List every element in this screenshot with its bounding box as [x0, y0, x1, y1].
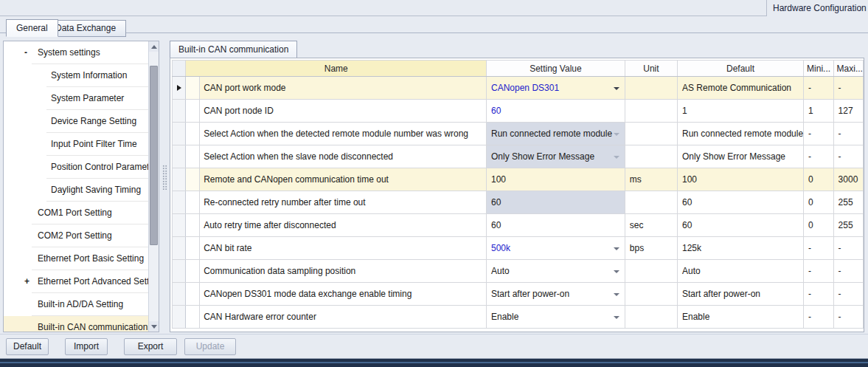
splitter-grip-icon [162, 165, 167, 190]
dropdown-arrow-icon[interactable] [614, 293, 619, 296]
bottom-border-accent-line [0, 362, 868, 363]
content-bottom-divider [0, 334, 868, 335]
can-settings-panel: Name Setting Value Unit Default Mini... … [170, 58, 864, 332]
dropdown-arrow-icon[interactable] [614, 316, 619, 319]
table-row[interactable]: CAN bit rate 500k bps 125k - - [173, 237, 864, 260]
setting-value-dropdown[interactable]: 500k [487, 237, 625, 260]
default-cell: 1 [677, 100, 803, 123]
tree-item-ethernet-port-advanced-setting[interactable]: +Ethernet Port Advanced Setting [4, 270, 149, 293]
setting-value-dropdown-disabled: Only Show Error Message [487, 145, 625, 168]
setting-value-input-disabled: 60 [487, 191, 625, 214]
min-cell: - [804, 283, 834, 306]
unit-cell: ms [625, 168, 677, 191]
table-row[interactable]: Communication data sampling position Aut… [173, 260, 864, 283]
hardware-configuration-window: Hardware Configuration Data Exchange Gen… [0, 0, 868, 367]
tree-item-built-in-can-communication[interactable]: Built-in CAN communication [4, 316, 149, 332]
import-button[interactable]: Import [65, 338, 108, 355]
table-row[interactable]: CAN Hardware error counter Enable Enable… [173, 306, 864, 329]
setting-name-cell: CAN port node ID [200, 100, 487, 123]
export-button[interactable]: Export [124, 338, 177, 355]
default-cell: Enable [677, 306, 803, 329]
setting-value-dropdown-disabled: Run connected remote module [487, 123, 625, 145]
tree-item-device-range-setting[interactable]: Device Range Setting [4, 110, 149, 133]
table-row[interactable]: Select Action when the detected remote m… [173, 123, 864, 145]
dropdown-arrow-icon [614, 133, 619, 136]
collapse-icon[interactable]: - [24, 41, 35, 64]
min-cell: 1 [804, 100, 834, 123]
tree-item-daylight-saving-timing[interactable]: Daylight Saving Timing [4, 179, 149, 202]
panel-splitter[interactable] [160, 41, 169, 332]
tree-item-ethernet-port-basic-setting[interactable]: Ethernet Port Basic Setting [4, 247, 149, 270]
column-header-minimum[interactable]: Mini... [804, 61, 834, 77]
setting-value-dropdown[interactable]: Auto [487, 260, 625, 283]
tree-scrollbar[interactable] [148, 41, 159, 332]
setting-name-cell: Auto retry time after disconnected [200, 214, 487, 237]
column-header-name[interactable]: Name [186, 61, 487, 77]
unit-cell [625, 260, 677, 283]
default-button[interactable]: Default [6, 338, 49, 355]
table-row[interactable]: Remote and CANopen communication time ou… [173, 168, 864, 191]
top-toolbar-pane [0, 0, 767, 16]
table-row[interactable]: CAN port work mode CANopen DS301 AS Remo… [173, 77, 864, 100]
setting-value-input[interactable]: 60 [487, 100, 625, 123]
max-cell: 255 [833, 214, 863, 237]
tree-item-position-control-parameter[interactable]: Position Control Parameter [4, 156, 149, 179]
default-cell: 60 [677, 191, 803, 214]
table-row[interactable]: CAN port node ID 60 1 1 127 [173, 100, 864, 123]
column-header-maximum[interactable]: Maxi... [833, 61, 863, 77]
tree-item-com2-port-setting[interactable]: COM2 Port Setting [4, 224, 149, 247]
dropdown-arrow-icon[interactable] [614, 247, 619, 250]
unit-cell [625, 283, 677, 306]
unit-cell: sec [625, 214, 677, 237]
setting-value-input[interactable]: 60 [487, 214, 625, 237]
tree-item-built-in-adda-setting[interactable]: Built-in AD/DA Setting [4, 293, 149, 316]
column-header-unit[interactable]: Unit [625, 61, 677, 77]
tree-item-com1-port-setting[interactable]: COM1 Port Setting [4, 202, 149, 224]
unit-cell [625, 100, 677, 123]
min-cell: - [804, 260, 834, 283]
tree-item-system-settings[interactable]: -System settings [4, 41, 149, 64]
min-cell: 0 [804, 168, 834, 191]
row-selector-header [173, 61, 186, 77]
setting-value-dropdown[interactable]: CANopen DS301 [487, 77, 625, 100]
top-bar: Hardware Configuration [0, 0, 868, 16]
unit-cell [625, 123, 677, 145]
dropdown-arrow-icon[interactable] [614, 87, 619, 90]
setting-name-cell: CAN port work mode [200, 77, 487, 100]
table-row[interactable]: CANopen DS301 mode data exchange enable … [173, 283, 864, 306]
column-header-setting-value[interactable]: Setting Value [487, 61, 625, 77]
tree-item-system-information[interactable]: System Information [4, 64, 149, 87]
table-row[interactable]: Select Action when the slave node discon… [173, 145, 864, 168]
setting-value-input[interactable]: 100 [487, 168, 625, 191]
scroll-up-icon[interactable] [149, 41, 159, 52]
min-cell: 0 [804, 191, 834, 214]
table-row[interactable]: Auto retry time after disconnected 60 se… [173, 214, 864, 237]
unit-cell [625, 77, 677, 100]
min-cell: - [804, 77, 834, 100]
scrollbar-thumb[interactable] [150, 66, 158, 245]
unit-cell [625, 306, 677, 329]
tree-item-input-point-filter-time[interactable]: Input Point Filter Time [4, 133, 149, 156]
min-cell: 0 [804, 214, 834, 237]
doc-tab-built-in-can-communication[interactable]: Built-in CAN communication [170, 41, 297, 58]
default-cell: Auto [677, 260, 803, 283]
setting-name-cell: Select Action when the detected remote m… [200, 123, 487, 145]
default-cell: 125k [677, 237, 803, 260]
table-row[interactable]: Re-connected retry number after time out… [173, 191, 864, 214]
setting-value-dropdown[interactable]: Start after power-on [487, 283, 625, 306]
min-cell: - [804, 123, 834, 145]
max-cell: 3000 [833, 168, 863, 191]
current-row-marker-icon [177, 85, 181, 91]
expand-icon[interactable]: + [24, 270, 35, 293]
column-header-default[interactable]: Default [677, 61, 803, 77]
scroll-down-icon[interactable] [149, 321, 159, 332]
current-row-indicator [173, 77, 186, 100]
tab-general[interactable]: General [6, 19, 58, 37]
setting-value-dropdown[interactable]: Enable [487, 306, 625, 329]
max-cell: - [833, 306, 863, 329]
tree-item-system-parameter[interactable]: System Parameter [4, 87, 149, 110]
min-cell: - [804, 306, 834, 329]
dropdown-arrow-icon[interactable] [614, 270, 619, 273]
max-cell: - [833, 145, 863, 168]
setting-name-cell: Communication data sampling position [200, 260, 487, 283]
